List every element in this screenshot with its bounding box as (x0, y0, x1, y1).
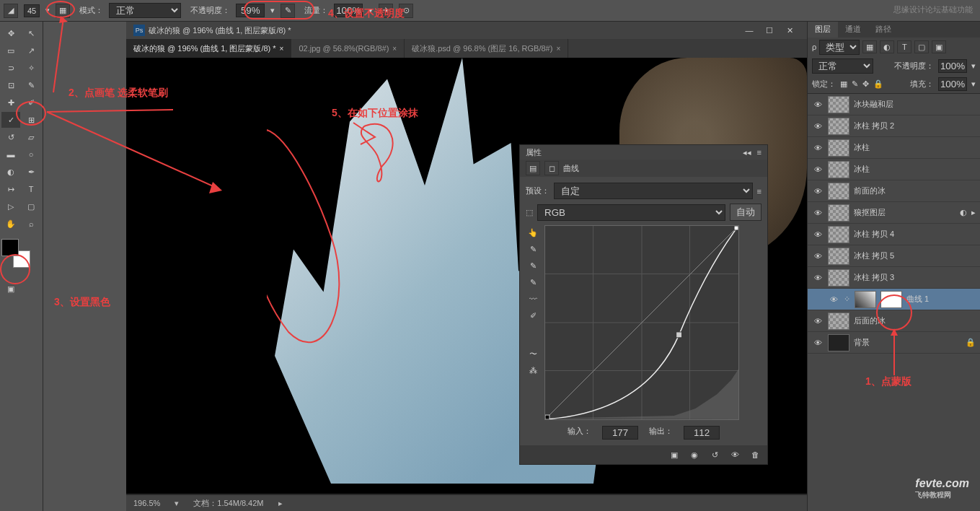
visibility-icon[interactable]: 👁 (812, 144, 824, 152)
lock-trans-icon[interactable]: ▦ (840, 79, 847, 89)
layer-thumb[interactable] (828, 161, 849, 178)
view-previous-icon[interactable]: ◉ (688, 448, 701, 461)
close-icon[interactable]: × (556, 45, 560, 53)
blend-mode-select[interactable]: 正常 (109, 3, 181, 18)
curves-graph[interactable] (544, 225, 739, 420)
layer-name[interactable]: 后面的冰 (854, 315, 976, 326)
zoom-level[interactable]: 196.5% (133, 499, 160, 507)
layer-row[interactable]: 👁冰柱 拷贝 2 (808, 115, 980, 137)
close-button[interactable]: ✕ (780, 23, 800, 38)
visibility-icon[interactable]: 👁 (812, 339, 824, 347)
mask-icon[interactable]: ◻ (544, 161, 559, 175)
layer-name[interactable]: 冰柱 (854, 142, 976, 153)
layer-thumb[interactable] (828, 96, 849, 113)
paths-tab[interactable]: 路径 (868, 22, 899, 38)
visibility-icon[interactable]: 👁 (812, 230, 824, 239)
shape-tool-icon[interactable]: ▢ (22, 198, 40, 214)
layer-row[interactable]: 👁冰柱 拷贝 3 (808, 267, 980, 289)
visibility-icon[interactable]: 👁 (828, 295, 839, 304)
move-arrow-icon[interactable]: ↗ (22, 43, 40, 58)
opacity-dropdown-icon[interactable]: ▾ (971, 61, 976, 71)
visibility-icon[interactable]: 👁 (812, 317, 824, 326)
layer-row[interactable]: 👁冰柱 (808, 137, 980, 159)
brush-tool-icon[interactable]: ✓ (1, 112, 20, 128)
filter-adjust-icon[interactable]: ◐ (880, 40, 894, 53)
document-tab[interactable]: 破冰狼.psd @ 96.8% (图层 16, RGB/8#)× (405, 39, 568, 58)
layer-name[interactable]: 冰柱 拷贝 3 (854, 272, 976, 283)
white-point-icon[interactable]: ✎ (526, 275, 540, 289)
layer-thumb[interactable] (828, 118, 849, 135)
layer-thumb[interactable] (828, 204, 849, 222)
layer-row[interactable]: 👁冰柱 (808, 159, 980, 180)
status-dropdown-icon[interactable]: ▸ (278, 499, 283, 508)
reset-icon[interactable]: ↺ (708, 448, 721, 461)
type-tool-icon[interactable]: T (22, 181, 40, 197)
pencil-icon[interactable]: ✐ (22, 95, 40, 110)
gray-point-icon[interactable]: ✎ (526, 258, 540, 273)
brush-size-value[interactable]: 45 (24, 4, 40, 17)
flow-input[interactable] (334, 4, 363, 17)
document-tab[interactable]: 02.jpg @ 56.8%(RGB/8#)× (291, 39, 405, 58)
collapse-icon[interactable]: ◂◂ (743, 148, 751, 157)
brush-preview-icon[interactable]: ◢ (4, 4, 18, 18)
layer-name[interactable]: 冰柱 (854, 164, 976, 175)
smooth-icon[interactable]: 〜 (526, 346, 540, 361)
black-point-icon[interactable]: ✎ (526, 242, 540, 256)
move-tool-icon[interactable]: ✥ (1, 25, 20, 41)
gradient-icon[interactable]: ▬ (1, 147, 20, 162)
eyedropper-icon[interactable]: ✎ (22, 77, 40, 93)
curves-input-value[interactable] (602, 426, 638, 440)
visibility-icon[interactable]: 👁 (812, 187, 824, 196)
layer-mask-thumb[interactable] (880, 291, 902, 308)
fx-icon[interactable]: ◐ (960, 208, 967, 217)
clip-to-layer-icon[interactable]: ▣ (668, 448, 681, 461)
opacity-input[interactable] (236, 4, 265, 17)
maximize-button[interactable]: ☐ (759, 23, 780, 38)
layer-name[interactable]: 冰柱 拷贝 2 (854, 121, 976, 131)
filter-pixel-icon[interactable]: ▦ (862, 40, 877, 53)
magic-wand-icon[interactable]: ✧ (22, 60, 40, 76)
hand-tool-icon[interactable]: ✋ (1, 216, 20, 232)
marquee-arrow-icon[interactable]: ↖ (22, 25, 40, 41)
pen-icon[interactable]: ✒ (22, 164, 40, 180)
layer-name[interactable]: 曲线 1 (906, 294, 976, 305)
layer-thumb[interactable] (828, 183, 849, 200)
draw-curve-icon[interactable]: ✐ (526, 308, 540, 323)
layer-row[interactable]: 👁后面的冰 (808, 310, 980, 332)
collapse-icon[interactable]: ▸ (971, 208, 976, 217)
quickmask-icon[interactable]: ▣ (1, 281, 20, 297)
channel-select[interactable]: RGB (537, 204, 725, 221)
extra-tool-icon[interactable]: ⁂ (526, 363, 540, 377)
panel-header[interactable]: 属性 ◂◂ ≡ (520, 145, 767, 160)
flow-dropdown-icon[interactable]: ▾ (368, 6, 373, 15)
zoom-dropdown-icon[interactable]: ▾ (175, 499, 179, 508)
lock-pixels-icon[interactable]: ✎ (852, 79, 858, 89)
panel-menu-icon[interactable]: ≡ (757, 148, 762, 157)
filter-icon[interactable]: ρ (812, 43, 816, 51)
fill-dropdown-icon[interactable]: ▾ (971, 79, 976, 89)
preset-select[interactable]: 自定 (554, 183, 753, 199)
layer-row[interactable]: 👁背景🔒 (808, 332, 980, 354)
path-arrow-icon[interactable]: ↦ (1, 181, 20, 197)
auto-button[interactable]: 自动 (730, 204, 762, 221)
pressure-opacity-icon[interactable]: ✎ (281, 4, 295, 18)
layer-name[interactable]: 狼抠图层 (854, 207, 955, 218)
filter-type-icon[interactable]: T (897, 40, 911, 53)
close-icon[interactable]: × (280, 45, 284, 53)
filter-shape-icon[interactable]: ▢ (914, 40, 929, 53)
layer-row[interactable]: 👁⁘曲线 1 (808, 289, 980, 310)
brush-panel-icon[interactable]: ▦ (56, 4, 70, 18)
minimize-button[interactable]: — (739, 23, 759, 38)
edit-points-icon[interactable]: 〰 (526, 292, 540, 306)
layer-name[interactable]: 冰块融和层 (854, 99, 976, 110)
curves-output-value[interactable] (684, 426, 720, 440)
delete-icon[interactable]: 🗑 (749, 448, 762, 461)
layer-name[interactable]: 背景 (854, 337, 961, 348)
eraser-icon[interactable]: ▱ (22, 129, 40, 145)
foreground-color[interactable] (1, 239, 19, 256)
crop-tool-icon[interactable]: ⊡ (1, 77, 20, 93)
fill-input[interactable] (938, 77, 967, 91)
visibility-icon[interactable]: 👁 (812, 100, 824, 109)
layer-row[interactable]: 👁冰柱 拷贝 5 (808, 245, 980, 267)
channels-tab[interactable]: 通道 (838, 22, 868, 38)
